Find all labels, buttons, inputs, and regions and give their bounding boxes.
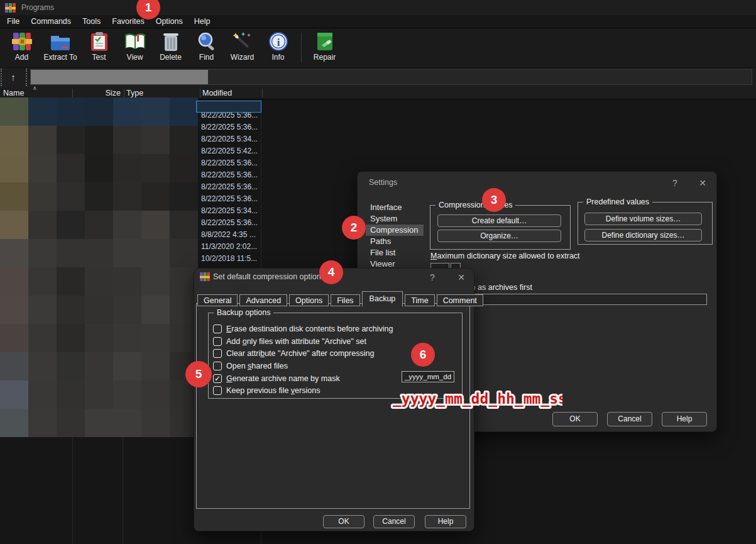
menu-file[interactable]: File — [1, 15, 25, 28]
settings-cancel-button[interactable]: Cancel — [607, 412, 652, 426]
file-row-modified[interactable]: 8/22/2025 5:36... — [201, 217, 270, 229]
redacted-cell — [85, 352, 113, 380]
redacted-cell — [57, 211, 85, 239]
checkbox-generate-name-by-mask[interactable]: ✓ Generate archive name by mask — [213, 373, 340, 384]
file-row-modified[interactable]: 8/22/2025 5:42... — [201, 145, 270, 157]
checkbox-box[interactable] — [213, 362, 222, 370]
test-button[interactable]: Test — [81, 29, 117, 67]
view-button[interactable]: View — [117, 29, 153, 67]
settings-nav-system[interactable]: System — [370, 213, 397, 225]
column-modified[interactable]: Modified — [202, 89, 232, 97]
tab-options[interactable]: Options — [289, 294, 329, 306]
checkbox-clear-archive-attr[interactable]: Clear attribute "Archive" after compress… — [213, 348, 374, 358]
checkbox-box[interactable] — [213, 349, 222, 358]
annotation-badge-4: 4 — [319, 260, 343, 284]
dialog-help-icon[interactable]: ? — [424, 271, 441, 284]
selected-cell-outline[interactable] — [196, 101, 261, 113]
redacted-cell — [170, 126, 198, 154]
up-one-level-button[interactable]: ↑ — [4, 70, 23, 85]
settings-nav-paths[interactable]: Paths — [370, 236, 391, 247]
redacted-cell — [85, 211, 113, 239]
file-row-modified[interactable]: 8/22/2025 5:36... — [201, 157, 270, 169]
create-default-button[interactable]: Create default… — [437, 214, 561, 227]
info-button[interactable]: i Info — [260, 29, 296, 67]
redacted-cell — [141, 126, 170, 154]
column-divider[interactable] — [200, 89, 200, 97]
checkbox-label: Keep previous file versions — [226, 386, 320, 395]
settings-nav-file-list[interactable]: File list — [370, 247, 395, 258]
file-row-modified[interactable]: 8/22/2025 5:36... — [201, 169, 270, 181]
extract-to-label: Extract To — [43, 53, 77, 62]
column-size[interactable]: Size — [75, 89, 121, 97]
redacted-cell — [113, 211, 141, 239]
settings-nav-interface[interactable]: Interface — [370, 202, 402, 213]
checkbox-erase-destination[interactable]: Erase destination disk contents before a… — [213, 323, 393, 334]
menu-commands[interactable]: Commands — [25, 15, 77, 28]
redacted-cell — [141, 97, 170, 126]
menu-help[interactable]: Help — [189, 15, 216, 28]
settings-nav-compression[interactable]: Compression — [370, 225, 419, 236]
address-field[interactable] — [30, 69, 752, 85]
menu-tools[interactable]: Tools — [77, 15, 106, 28]
checkbox-box[interactable] — [213, 325, 222, 333]
tab-comment[interactable]: Comment — [437, 294, 483, 306]
dialog-close-icon[interactable]: ✕ — [453, 271, 469, 284]
checkbox-box[interactable] — [213, 337, 222, 346]
checkbox-open-shared-files[interactable]: Open shared files — [213, 360, 288, 371]
column-divider[interactable] — [124, 89, 124, 97]
delete-button[interactable]: Delete — [153, 29, 189, 67]
extract-to-button[interactable]: Extract To — [40, 29, 81, 67]
file-row-modified[interactable]: 8/8/2022 4:35 ... — [201, 229, 270, 241]
define-dictionary-sizes-button[interactable]: Define dictionary sizes… — [584, 229, 702, 241]
tab-strip: General Advanced Options Files Backup Ti… — [197, 291, 485, 306]
annotation-badge-3: 3 — [482, 188, 506, 212]
file-row-modified[interactable]: 8/22/2025 5:34... — [201, 133, 270, 145]
file-row-modified[interactable]: 8/22/2025 5:36... — [201, 181, 270, 193]
tab-time[interactable]: Time — [405, 294, 434, 306]
checkbox-box[interactable]: ✓ — [213, 374, 222, 383]
redacted-cell — [57, 182, 85, 211]
redacted-cell — [0, 97, 28, 126]
file-row-modified[interactable]: 8/22/2025 5:36... — [201, 193, 270, 205]
checkbox-label: Generate archive name by mask — [226, 374, 340, 383]
redacted-cell — [113, 239, 141, 267]
organize-button[interactable]: Organize… — [437, 230, 561, 242]
find-button[interactable]: Find — [189, 29, 224, 67]
dialog-help-icon[interactable]: ? — [667, 177, 683, 189]
wizard-button[interactable]: Wizard — [224, 29, 260, 67]
file-row-modified[interactable]: 10/2/2018 11:5... — [201, 253, 270, 265]
compression-cancel-button[interactable]: Cancel — [373, 515, 415, 528]
settings-ok-button[interactable]: OK — [552, 412, 598, 426]
compression-ok-button[interactable]: OK — [323, 515, 364, 528]
redacted-cell — [113, 352, 141, 380]
compression-help-button[interactable]: Help — [425, 515, 466, 528]
max-dictionary-label: Maximum dictionary size allowed to extra… — [430, 252, 580, 260]
add-archive-icon — [11, 31, 33, 52]
define-volume-sizes-button[interactable]: Define volume sizes… — [584, 213, 702, 225]
dialog-close-icon[interactable]: ✕ — [694, 177, 711, 189]
column-type[interactable]: Type — [126, 89, 143, 97]
archive-name-mask-input[interactable]: _yyyy_mm_dd — [402, 371, 454, 382]
column-name[interactable]: Name — [3, 89, 24, 97]
redacted-cell — [57, 380, 85, 409]
test-label: Test — [92, 53, 106, 62]
file-row-modified[interactable]: 8/22/2025 5:36... — [201, 121, 270, 133]
redacted-cell — [28, 211, 57, 239]
checkbox-keep-previous-versions[interactable]: Keep previous file versions — [213, 385, 320, 396]
modified-column-values: 8/22/2025 5:36... 8/22/2025 5:36... 8/22… — [201, 109, 270, 265]
settings-help-button[interactable]: Help — [662, 412, 707, 426]
column-divider[interactable] — [72, 89, 73, 97]
column-divider[interactable] — [262, 89, 263, 97]
repair-button[interactable]: Repair — [307, 29, 342, 67]
tab-files[interactable]: Files — [331, 294, 359, 306]
file-row-modified[interactable]: 11/3/2020 2:02... — [201, 241, 270, 253]
redacted-file-names — [0, 97, 198, 437]
add-button[interactable]: Add — [4, 29, 40, 67]
file-row-modified[interactable]: 8/22/2025 5:34... — [201, 205, 270, 217]
checkbox-box[interactable] — [213, 386, 222, 395]
tab-general[interactable]: General — [197, 294, 238, 306]
tab-advanced[interactable]: Advanced — [239, 294, 287, 306]
tab-backup[interactable]: Backup — [362, 291, 403, 307]
redacted-cell — [85, 126, 113, 154]
checkbox-add-only-archive-attr[interactable]: Add only files with attribute "Archive" … — [213, 336, 366, 347]
